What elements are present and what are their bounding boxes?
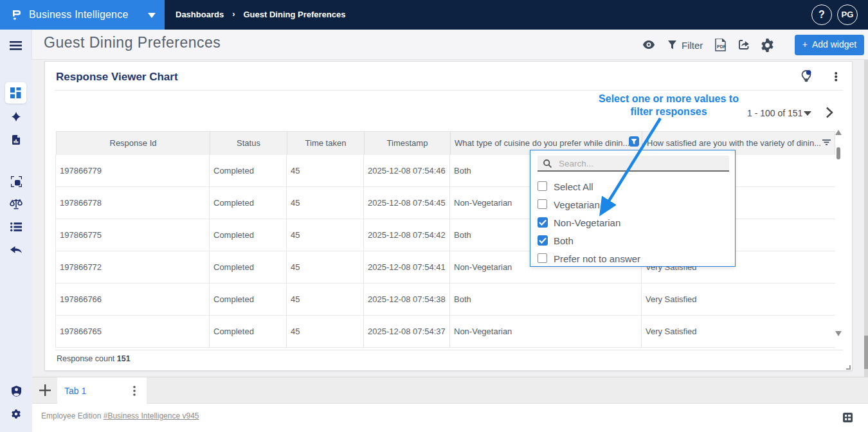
svg-text:PDF: PDF <box>717 44 726 49</box>
